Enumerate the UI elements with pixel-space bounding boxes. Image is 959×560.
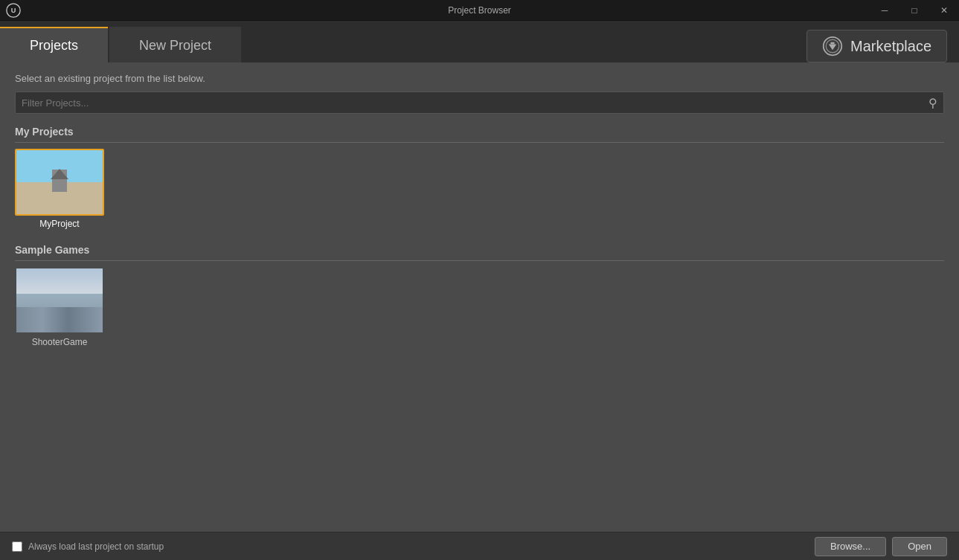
project-card-shootergame[interactable]: ShooterGame bbox=[15, 267, 104, 347]
project-label-shootergame: ShooterGame bbox=[32, 337, 88, 347]
open-button[interactable]: Open bbox=[892, 537, 947, 556]
footer-left: Always load last project on startup bbox=[12, 541, 815, 552]
my-projects-header: My Projects bbox=[15, 126, 944, 143]
content-area: Select an existing project from the list… bbox=[0, 62, 959, 532]
titlebar-controls: ─ □ ✕ bbox=[870, 0, 959, 21]
footer: Always load last project on startup Brow… bbox=[0, 532, 959, 560]
titlebar: U Project Browser ─ □ ✕ bbox=[0, 0, 959, 21]
browse-button[interactable]: Browse... bbox=[815, 537, 886, 556]
close-button[interactable]: ✕ bbox=[929, 0, 959, 21]
tab-new-project[interactable]: New Project bbox=[109, 27, 241, 62]
maximize-button[interactable]: □ bbox=[899, 0, 929, 21]
filter-bar: ⚲ bbox=[15, 91, 944, 114]
marketplace-button[interactable]: Marketplace bbox=[806, 30, 947, 62]
marketplace-label: Marketplace bbox=[850, 38, 931, 55]
tab-bar: Projects New Project Marketplace bbox=[0, 21, 959, 62]
sample-games-grid: ShooterGame bbox=[15, 267, 944, 347]
my-projects-grid: MyProject bbox=[15, 149, 944, 229]
ue-logo: U bbox=[6, 3, 21, 18]
project-thumbnail-shootergame bbox=[15, 267, 104, 334]
project-thumbnail-myproject bbox=[15, 149, 104, 216]
filter-input[interactable] bbox=[22, 97, 928, 109]
sample-games-header: Sample Games bbox=[15, 244, 944, 261]
search-icon[interactable]: ⚲ bbox=[928, 96, 937, 110]
project-label-myproject: MyProject bbox=[39, 219, 79, 229]
content-spacer bbox=[15, 362, 944, 521]
footer-right: Browse... Open bbox=[815, 537, 947, 556]
marketplace-icon bbox=[822, 36, 843, 57]
always-load-label: Always load last project on startup bbox=[28, 541, 164, 552]
project-thumbnail-image-shootergame bbox=[16, 268, 103, 332]
project-thumbnail-image-myproject bbox=[16, 150, 103, 214]
always-load-checkbox[interactable] bbox=[12, 541, 22, 552]
project-card-myproject[interactable]: MyProject bbox=[15, 149, 104, 229]
tab-projects[interactable]: Projects bbox=[0, 27, 108, 62]
svg-text:U: U bbox=[11, 7, 16, 14]
svg-rect-5 bbox=[830, 42, 834, 45]
minimize-button[interactable]: ─ bbox=[870, 0, 899, 21]
main-container: Projects New Project Marketplace Select … bbox=[0, 21, 959, 560]
content-subtitle: Select an existing project from the list… bbox=[15, 73, 944, 84]
window-title: Project Browser bbox=[448, 5, 511, 16]
